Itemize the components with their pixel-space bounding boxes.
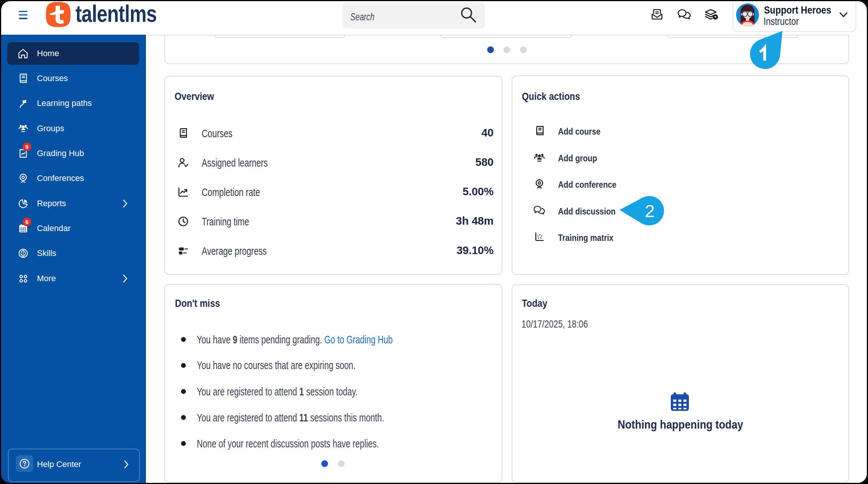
- svg-text:2: 2: [645, 201, 655, 221]
